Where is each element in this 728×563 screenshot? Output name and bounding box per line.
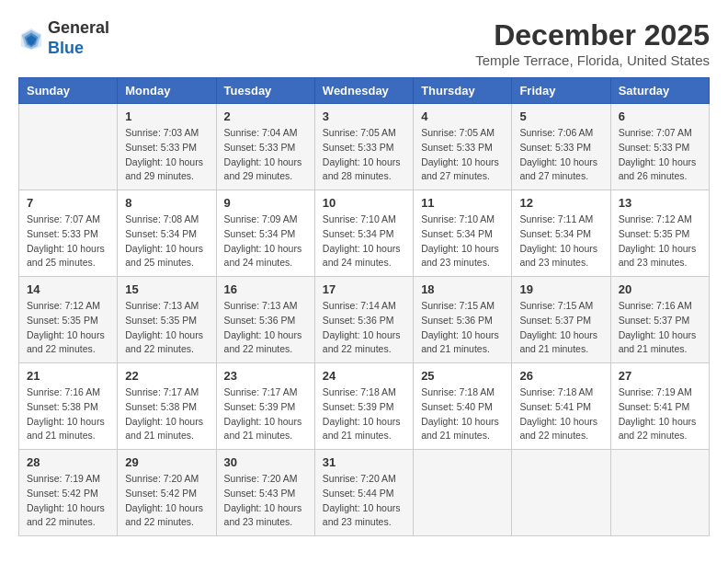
logo: General Blue (18, 18, 109, 58)
day-number: 26 (519, 369, 602, 383)
day-info: Sunrise: 7:18 AM Sunset: 5:39 PM Dayligh… (323, 385, 405, 443)
logo-text: General Blue (48, 18, 109, 58)
day-header-thursday: Thursday (414, 78, 512, 104)
day-info: Sunrise: 7:03 AM Sunset: 5:33 PM Dayligh… (125, 126, 208, 184)
day-number: 22 (125, 369, 208, 383)
day-number: 19 (519, 282, 602, 296)
day-number: 17 (323, 282, 405, 296)
day-info: Sunrise: 7:07 AM Sunset: 5:33 PM Dayligh… (27, 213, 109, 270)
logo-icon (18, 26, 44, 52)
day-info: Sunrise: 7:19 AM Sunset: 5:41 PM Dayligh… (619, 385, 701, 443)
day-number: 15 (125, 282, 208, 296)
day-cell (512, 450, 610, 536)
day-header-friday: Friday (512, 78, 610, 104)
day-cell: 5Sunrise: 7:06 AM Sunset: 5:33 PM Daylig… (512, 104, 610, 190)
day-number: 3 (323, 109, 405, 123)
day-number: 21 (27, 369, 109, 383)
day-info: Sunrise: 7:16 AM Sunset: 5:38 PM Dayligh… (27, 385, 109, 443)
day-cell: 8Sunrise: 7:08 AM Sunset: 5:34 PM Daylig… (118, 190, 216, 277)
day-info: Sunrise: 7:06 AM Sunset: 5:33 PM Dayligh… (519, 126, 602, 184)
day-number: 2 (224, 109, 307, 123)
day-number: 13 (619, 196, 701, 210)
day-info: Sunrise: 7:15 AM Sunset: 5:36 PM Dayligh… (421, 299, 504, 357)
day-cell: 22Sunrise: 7:17 AM Sunset: 5:38 PM Dayli… (118, 363, 216, 450)
day-cell: 19Sunrise: 7:15 AM Sunset: 5:37 PM Dayli… (512, 277, 610, 363)
day-info: Sunrise: 7:15 AM Sunset: 5:37 PM Dayligh… (519, 299, 602, 357)
week-row: 21Sunrise: 7:16 AM Sunset: 5:38 PM Dayli… (19, 363, 710, 450)
day-cell: 20Sunrise: 7:16 AM Sunset: 5:37 PM Dayli… (610, 277, 709, 363)
day-number: 28 (27, 455, 109, 469)
day-info: Sunrise: 7:18 AM Sunset: 5:41 PM Dayligh… (519, 385, 602, 443)
page-header: General Blue December 2025 Temple Terrac… (18, 18, 710, 68)
header-row: SundayMondayTuesdayWednesdayThursdayFrid… (19, 78, 710, 104)
calendar-table: SundayMondayTuesdayWednesdayThursdayFrid… (18, 77, 710, 536)
day-info: Sunrise: 7:20 AM Sunset: 5:43 PM Dayligh… (224, 472, 307, 530)
day-cell: 10Sunrise: 7:10 AM Sunset: 5:34 PM Dayli… (314, 190, 413, 277)
day-number: 20 (619, 282, 701, 296)
day-number: 10 (323, 196, 405, 210)
day-info: Sunrise: 7:18 AM Sunset: 5:40 PM Dayligh… (421, 385, 504, 443)
week-row: 7Sunrise: 7:07 AM Sunset: 5:33 PM Daylig… (19, 190, 710, 277)
day-number: 9 (224, 196, 307, 210)
day-cell: 17Sunrise: 7:14 AM Sunset: 5:36 PM Dayli… (314, 277, 413, 363)
day-cell (19, 104, 118, 190)
day-header-wednesday: Wednesday (314, 78, 413, 104)
day-header-monday: Monday (118, 78, 216, 104)
week-row: 28Sunrise: 7:19 AM Sunset: 5:42 PM Dayli… (19, 450, 710, 536)
day-info: Sunrise: 7:07 AM Sunset: 5:33 PM Dayligh… (619, 126, 701, 184)
week-row: 14Sunrise: 7:12 AM Sunset: 5:35 PM Dayli… (19, 277, 710, 363)
day-cell: 31Sunrise: 7:20 AM Sunset: 5:44 PM Dayli… (314, 450, 413, 536)
month-title: December 2025 (475, 18, 710, 52)
day-cell: 4Sunrise: 7:05 AM Sunset: 5:33 PM Daylig… (414, 104, 512, 190)
day-cell: 21Sunrise: 7:16 AM Sunset: 5:38 PM Dayli… (19, 363, 118, 450)
day-number: 6 (619, 109, 701, 123)
day-number: 30 (224, 455, 307, 469)
day-cell: 16Sunrise: 7:13 AM Sunset: 5:36 PM Dayli… (216, 277, 314, 363)
day-cell: 18Sunrise: 7:15 AM Sunset: 5:36 PM Dayli… (414, 277, 512, 363)
day-number: 8 (125, 196, 208, 210)
day-header-tuesday: Tuesday (216, 78, 314, 104)
day-cell: 14Sunrise: 7:12 AM Sunset: 5:35 PM Dayli… (19, 277, 118, 363)
day-info: Sunrise: 7:16 AM Sunset: 5:37 PM Dayligh… (619, 299, 701, 357)
day-cell: 27Sunrise: 7:19 AM Sunset: 5:41 PM Dayli… (610, 363, 709, 450)
day-info: Sunrise: 7:10 AM Sunset: 5:34 PM Dayligh… (421, 213, 504, 270)
day-cell: 13Sunrise: 7:12 AM Sunset: 5:35 PM Dayli… (610, 190, 709, 277)
day-info: Sunrise: 7:12 AM Sunset: 5:35 PM Dayligh… (619, 213, 701, 270)
day-info: Sunrise: 7:14 AM Sunset: 5:36 PM Dayligh… (323, 299, 405, 357)
day-cell: 24Sunrise: 7:18 AM Sunset: 5:39 PM Dayli… (314, 363, 413, 450)
day-cell: 28Sunrise: 7:19 AM Sunset: 5:42 PM Dayli… (19, 450, 118, 536)
day-info: Sunrise: 7:20 AM Sunset: 5:42 PM Dayligh… (125, 472, 208, 530)
week-row: 1Sunrise: 7:03 AM Sunset: 5:33 PM Daylig… (19, 104, 710, 190)
day-info: Sunrise: 7:13 AM Sunset: 5:36 PM Dayligh… (224, 299, 307, 357)
day-cell: 6Sunrise: 7:07 AM Sunset: 5:33 PM Daylig… (610, 104, 709, 190)
day-info: Sunrise: 7:08 AM Sunset: 5:34 PM Dayligh… (125, 213, 208, 270)
day-info: Sunrise: 7:05 AM Sunset: 5:33 PM Dayligh… (323, 126, 405, 184)
day-info: Sunrise: 7:19 AM Sunset: 5:42 PM Dayligh… (27, 472, 109, 530)
day-info: Sunrise: 7:05 AM Sunset: 5:33 PM Dayligh… (421, 126, 504, 184)
day-number: 1 (125, 109, 208, 123)
day-info: Sunrise: 7:13 AM Sunset: 5:35 PM Dayligh… (125, 299, 208, 357)
day-cell: 3Sunrise: 7:05 AM Sunset: 5:33 PM Daylig… (314, 104, 413, 190)
day-info: Sunrise: 7:17 AM Sunset: 5:38 PM Dayligh… (125, 385, 208, 443)
day-cell (414, 450, 512, 536)
day-cell: 12Sunrise: 7:11 AM Sunset: 5:34 PM Dayli… (512, 190, 610, 277)
day-cell: 23Sunrise: 7:17 AM Sunset: 5:39 PM Dayli… (216, 363, 314, 450)
day-info: Sunrise: 7:17 AM Sunset: 5:39 PM Dayligh… (224, 385, 307, 443)
day-cell: 15Sunrise: 7:13 AM Sunset: 5:35 PM Dayli… (118, 277, 216, 363)
day-info: Sunrise: 7:20 AM Sunset: 5:44 PM Dayligh… (323, 472, 405, 530)
day-info: Sunrise: 7:10 AM Sunset: 5:34 PM Dayligh… (323, 213, 405, 270)
day-cell: 29Sunrise: 7:20 AM Sunset: 5:42 PM Dayli… (118, 450, 216, 536)
day-cell: 25Sunrise: 7:18 AM Sunset: 5:40 PM Dayli… (414, 363, 512, 450)
location-text: Temple Terrace, Florida, United States (475, 52, 710, 68)
day-number: 23 (224, 369, 307, 383)
day-number: 12 (519, 196, 602, 210)
day-number: 31 (323, 455, 405, 469)
title-block: December 2025 Temple Terrace, Florida, U… (475, 18, 710, 68)
day-cell: 1Sunrise: 7:03 AM Sunset: 5:33 PM Daylig… (118, 104, 216, 190)
day-info: Sunrise: 7:12 AM Sunset: 5:35 PM Dayligh… (27, 299, 109, 357)
day-number: 5 (519, 109, 602, 123)
day-number: 14 (27, 282, 109, 296)
day-cell (610, 450, 709, 536)
day-info: Sunrise: 7:09 AM Sunset: 5:34 PM Dayligh… (224, 213, 307, 270)
day-number: 29 (125, 455, 208, 469)
